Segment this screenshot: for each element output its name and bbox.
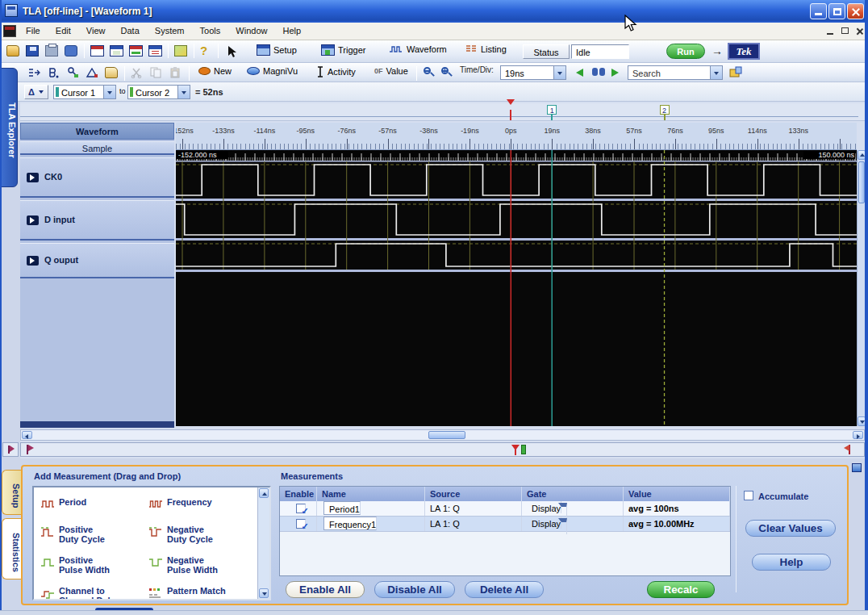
cursor2-select[interactable]: Cursor 2 [127, 85, 190, 99]
expand-signal-icon[interactable] [27, 173, 39, 182]
search-prev-button[interactable] [576, 69, 583, 77]
activity-button[interactable]: Activity [316, 66, 356, 77]
enable-all-button[interactable]: Enable All [286, 581, 365, 598]
arm-pointer-button[interactable] [226, 45, 239, 58]
setup-button[interactable]: Setup [257, 44, 297, 56]
zoom-in-button[interactable] [440, 66, 453, 78]
trigger-window-button[interactable] [110, 45, 123, 56]
clear-values-button[interactable]: Clear Values [745, 520, 836, 537]
system-button[interactable] [174, 45, 187, 56]
enable-checkbox[interactable]: ✓ [296, 519, 306, 529]
palette-item-negative-pulse-width[interactable]: NegativePulse Width [148, 555, 252, 575]
waveform-column-header[interactable]: Waveform [20, 123, 174, 140]
cursor1-marker[interactable]: 1 [547, 105, 557, 115]
find-button[interactable] [592, 67, 605, 77]
mdi-restore-button[interactable] [839, 26, 852, 37]
menu-data[interactable]: Data [115, 23, 146, 40]
recalc-button[interactable]: Recalc [647, 581, 715, 598]
panel-collapse-button[interactable] [852, 463, 862, 472]
delta-time-button[interactable] [86, 67, 98, 78]
help-button[interactable]: ? [200, 44, 207, 57]
scroll-left-button[interactable] [22, 431, 32, 439]
delete-all-button[interactable]: Delete All [465, 581, 544, 598]
zoom-data-button[interactable] [66, 67, 79, 78]
expand-signal-icon[interactable] [27, 215, 39, 225]
cursor2-dropdown-button[interactable] [177, 86, 190, 98]
menu-tools[interactable]: Tools [194, 23, 227, 40]
tab-setup[interactable]: Setup [2, 470, 21, 515]
gate-select[interactable]: Display [522, 517, 624, 531]
table-row[interactable]: ✓ Frequency1 LA 1: Q Display avg = 10.00… [280, 517, 730, 532]
cut-button[interactable] [131, 67, 142, 78]
tla-explorer-tab[interactable]: TLA Explorer [0, 68, 18, 187]
waveform-window-button[interactable] [129, 45, 143, 56]
maximize-button[interactable] [828, 3, 845, 19]
menu-window[interactable]: Window [229, 23, 273, 40]
waveform-button[interactable]: Waveform [389, 44, 447, 54]
setup-window-button[interactable] [90, 45, 104, 56]
palette-item-positive-pulse-width[interactable]: PositivePulse Width [40, 555, 144, 575]
marks-bar[interactable] [20, 442, 865, 457]
menu-view[interactable]: View [80, 23, 112, 40]
listing-button[interactable]: Listing [465, 44, 507, 54]
scroll-down-button[interactable] [259, 588, 269, 598]
magnivu-button[interactable]: MagniVu [247, 66, 298, 76]
palette-item-period[interactable]: Period [40, 497, 144, 509]
timediv-dropdown-button[interactable] [553, 66, 565, 79]
new-measurement-button[interactable]: New [198, 66, 232, 76]
timediv-select[interactable]: 19ns [500, 65, 566, 80]
accumulate-checkbox[interactable] [744, 491, 753, 500]
cursor1-dropdown-button[interactable] [103, 86, 115, 98]
expand-signal-icon[interactable] [27, 256, 39, 266]
tab-statistics[interactable]: Statistics [2, 518, 21, 579]
search-options-button[interactable] [729, 66, 742, 77]
value-button[interactable]: 0F Value [374, 66, 408, 76]
scroll-up-button[interactable] [259, 488, 269, 498]
print-button[interactable] [45, 45, 58, 56]
hscroll-thumb[interactable] [428, 431, 465, 439]
close-button[interactable] [847, 3, 864, 19]
palette-item-positive-duty-cycle[interactable]: PositiveDuty Cycle [40, 525, 144, 544]
menu-system[interactable]: System [148, 23, 191, 40]
scroll-right-button[interactable] [853, 431, 863, 439]
enable-checkbox[interactable]: ✓ [296, 504, 306, 513]
signal-label-q-output[interactable]: Q ouput [20, 243, 174, 278]
export-button[interactable] [65, 45, 77, 56]
listing-window-button[interactable] [148, 45, 162, 56]
gate-select[interactable]: Display [522, 501, 624, 516]
signal-label-ck0[interactable]: CK0 [20, 157, 174, 198]
cursor2-marker[interactable]: 2 [660, 105, 670, 115]
palette-item-channel-to-channel[interactable]: Channel toChannel Delay [40, 586, 144, 600]
minimize-button[interactable] [810, 3, 827, 19]
vscroll-thumb[interactable] [858, 161, 865, 203]
name-field[interactable]: Frequency1 [323, 517, 377, 530]
zoom-out-button[interactable] [423, 66, 435, 78]
sample-row-label[interactable]: Sample [20, 141, 174, 155]
help-button[interactable]: Help [752, 554, 831, 571]
menu-file[interactable]: File [19, 23, 47, 40]
menu-edit[interactable]: Edit [49, 23, 77, 40]
load-button[interactable] [105, 67, 118, 78]
source-cell[interactable]: LA 1: Q [425, 517, 522, 531]
mdi-minimize-button[interactable] [824, 26, 837, 37]
search-select[interactable]: Search [628, 65, 723, 80]
signal-label-d-input[interactable]: D input [20, 200, 174, 241]
horizontal-scrollbar[interactable] [20, 429, 865, 441]
trigger-marker-icon[interactable] [507, 105, 515, 115]
cursor1-select[interactable]: Cursor 1 [53, 85, 116, 99]
disable-all-button[interactable]: Disable All [374, 581, 455, 598]
vertical-scrollbar[interactable] [857, 150, 865, 426]
search-dropdown-button[interactable] [710, 66, 722, 79]
search-next-button[interactable] [611, 69, 619, 77]
paste-button[interactable] [169, 67, 181, 78]
palette-item-negative-duty-cycle[interactable]: NegativeDuty Cycle [148, 525, 252, 544]
copy-button[interactable] [150, 67, 161, 78]
measurement-palette[interactable]: Period Frequency PositiveDuty Cycle Nega… [32, 486, 271, 600]
palette-scrollbar[interactable] [257, 487, 269, 599]
table-row[interactable]: ✓ Period1 LA 1: Q Display avg = 100ns [280, 501, 730, 517]
trigger-button[interactable]: Trigger [321, 44, 365, 56]
status-button[interactable]: Status [523, 44, 570, 59]
waveform-plot-area[interactable]: -152.000 ns150.000 ns [176, 150, 857, 426]
delta-measure-button[interactable]: Δ [24, 85, 48, 99]
split-view-button[interactable] [27, 67, 40, 78]
